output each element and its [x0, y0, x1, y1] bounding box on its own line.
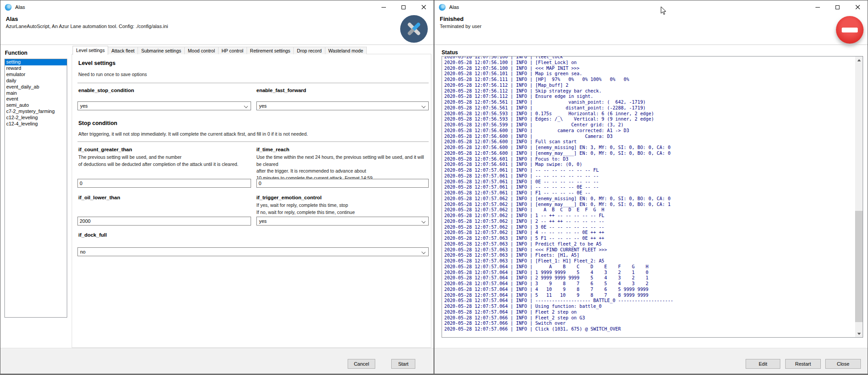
- minimize-button[interactable]: [373, 0, 393, 14]
- log-line: 2020-05-28 12:07:57.063 | INFO | Fleets:…: [444, 252, 853, 258]
- log-line: 2020-05-28 12:07:57.064 | INFO | -------…: [444, 298, 853, 303]
- tab[interactable]: Submarine settings: [138, 47, 185, 54]
- section-divider: [77, 141, 429, 142]
- close-button[interactable]: [414, 0, 434, 14]
- log-line: 2020-05-28 12:07:57.061 | INFO | 0E -- -…: [444, 179, 853, 185]
- footer-divider: [0, 348, 434, 348]
- if-count-greater-than-input[interactable]: [77, 179, 251, 188]
- titlebar[interactable]: Alas: [434, 0, 868, 14]
- field-label-if-time-reach: if_time_reach: [256, 147, 289, 152]
- scrollbar-thumb[interactable]: [855, 211, 863, 322]
- log-line: 2020-05-28 12:07:56.561 | INFO | vanish_…: [444, 99, 853, 105]
- function-list-item[interactable]: setting: [5, 59, 67, 65]
- log-line: 2020-05-28 12:07:57.062 | INFO | 1 -- ++…: [444, 213, 853, 218]
- log-output[interactable]: 2020-05-28 12:07:56.100 | INFO | fleet_l…: [442, 56, 863, 338]
- close-action-button[interactable]: Close: [825, 359, 861, 369]
- enable-fast-forward-select[interactable]: yes: [256, 101, 429, 110]
- close-button[interactable]: [848, 0, 868, 14]
- section-desc-stop-condition: After triggering, it will not stop immed…: [78, 131, 430, 138]
- field-label-if-dock-full: if_dock_full: [78, 232, 107, 238]
- function-list-item[interactable]: c12-2_leveling: [5, 115, 67, 121]
- function-list-item[interactable]: semi_auto: [5, 102, 67, 109]
- field-label-enable-fast-forward: enable_fast_forward: [256, 88, 306, 93]
- enable-stop-condition-select[interactable]: yes: [77, 101, 251, 110]
- start-button[interactable]: Start: [391, 359, 415, 369]
- function-list-item[interactable]: emulator: [5, 72, 67, 78]
- log-line: 2020-05-28 12:07:57.064 | INFO | Fleet 2…: [444, 309, 853, 315]
- tab[interactable]: Level settings: [73, 46, 108, 55]
- log-line: 2020-05-28 12:07:57.062 | INFO | A B C D…: [444, 207, 853, 213]
- scroll-up-button[interactable]: [855, 56, 863, 64]
- maximize-button[interactable]: [827, 0, 848, 14]
- field-label-if-count-greater-than: if_count_greater_than: [78, 147, 132, 152]
- log-line: 2020-05-28 12:07:56.601 | INFO | Map swi…: [444, 161, 853, 167]
- tab[interactable]: Attack fleet: [108, 47, 138, 54]
- log-line: 2020-05-28 12:07:57.063 | INFO | <<< FIN…: [444, 247, 853, 253]
- app-logo-icon: [5, 4, 12, 11]
- chevron-down-icon: [422, 104, 426, 108]
- tab[interactable]: Wasteland mode: [325, 47, 367, 54]
- close-icon: [856, 5, 860, 9]
- log-line: 2020-05-28 12:07:56.561 | INFO | distant…: [444, 105, 853, 111]
- function-list-item[interactable]: event_daily_ab: [5, 84, 67, 90]
- log-line: 2020-05-28 12:07:56.600 | INFO | [enemy_…: [444, 150, 853, 156]
- log-line: 2020-05-28 12:07:56.600 | INFO | Full sc…: [444, 139, 853, 145]
- section-desc-level-settings: Need to run once to save options: [78, 71, 147, 78]
- section-title-level-settings: Level settings: [78, 60, 115, 66]
- log-line: 2020-05-28 12:07:57.062 | INFO | 4 -- --…: [444, 230, 853, 235]
- tab[interactable]: Retirement settings: [247, 47, 294, 54]
- log-line: 2020-05-28 12:07:57.064 | INFO | 1 9999 …: [444, 270, 853, 275]
- select-value: yes: [80, 103, 88, 109]
- log-lines: 2020-05-28 12:07:56.100 | INFO | fleet_l…: [444, 56, 853, 332]
- function-list[interactable]: settingrewardemulatordailyevent_daily_ab…: [4, 59, 67, 318]
- log-line: 2020-05-28 12:07:56.601 | INFO | Focus t…: [444, 156, 853, 162]
- maximize-icon: [402, 5, 406, 9]
- log-line: 2020-05-28 12:07:57.062 | INFO | 2 -- ++…: [444, 218, 853, 224]
- tab[interactable]: Mood control: [184, 47, 219, 54]
- log-line: 2020-05-28 12:07:57.064 | INFO | Using f…: [444, 303, 853, 309]
- restart-button[interactable]: Restart: [785, 359, 821, 369]
- mouse-cursor: [661, 6, 667, 17]
- scroll-down-button[interactable]: [855, 330, 863, 337]
- window-title: Alas: [15, 4, 25, 10]
- log-line: 2020-05-28 12:07:56.112 | INFO | [Map_bu…: [444, 82, 853, 88]
- if-dock-full-select[interactable]: no: [77, 247, 429, 256]
- log-line: 2020-05-28 12:07:56.101 | INFO | Map is …: [444, 71, 853, 77]
- log-line: 2020-05-28 12:07:56.599 | INFO | Center …: [444, 122, 853, 128]
- log-line: 2020-05-28 12:07:57.061 | INFO | -- -- -…: [444, 173, 853, 179]
- minimize-button[interactable]: [807, 0, 827, 14]
- status-title: Finished: [440, 16, 463, 22]
- maximize-button[interactable]: [393, 0, 414, 14]
- edit-button[interactable]: Edit: [746, 359, 780, 369]
- log-line: 2020-05-28 12:07:57.066 | INFO | Fleet_2…: [444, 315, 853, 321]
- log-line: 2020-05-28 12:07:57.063 | INFO | 5 F1 --…: [444, 235, 853, 241]
- function-list-item[interactable]: daily: [5, 78, 67, 84]
- if-trigger-emotion-control-select[interactable]: yes: [256, 217, 429, 226]
- no-entry-bar: [842, 28, 858, 32]
- titlebar[interactable]: Alas: [0, 0, 434, 14]
- field-desc-if-trigger-emotion-control: If yes, wait for reply, complete this ti…: [256, 202, 429, 216]
- log-line: 2020-05-28 12:07:57.066 | INFO | Switch …: [444, 320, 853, 326]
- tab-page-level-settings: [72, 54, 431, 348]
- page-title: Alas: [6, 16, 18, 22]
- cancel-button[interactable]: Cancel: [348, 359, 375, 369]
- minimize-icon: [381, 7, 386, 8]
- chevron-down-icon: [422, 250, 426, 254]
- function-list-item[interactable]: reward: [5, 65, 67, 72]
- tab[interactable]: Drop record: [293, 47, 325, 54]
- function-list-item[interactable]: event: [5, 96, 67, 102]
- log-line: 2020-05-28 12:07:56.593 | INFO | 0.175s …: [444, 111, 853, 117]
- if-oil-lower-than-input[interactable]: [77, 217, 251, 226]
- tab[interactable]: HP control: [218, 47, 247, 54]
- app-logo-icon: [439, 4, 446, 11]
- log-scrollbar[interactable]: [855, 56, 863, 337]
- if-time-reach-input[interactable]: [256, 179, 429, 188]
- log-line: 2020-05-28 12:07:56.111 | INFO | [HP] 97…: [444, 77, 853, 82]
- function-list-item[interactable]: c7-2_mystery_farming: [5, 109, 67, 115]
- window-alas-settings: Alas Alas AzurLaneAutoScript, An Azur La…: [0, 0, 434, 374]
- function-list-item[interactable]: c12-4_leveling: [5, 121, 67, 127]
- log-line: 2020-05-28 12:07:57.066 | INFO | Click (…: [444, 326, 853, 332]
- page-subtitle: AzurLaneAutoScript, An Azur Lane automat…: [6, 24, 168, 29]
- window-alas-status: Alas Finished Terminated by user Status …: [434, 0, 868, 374]
- function-list-item[interactable]: main: [5, 90, 67, 97]
